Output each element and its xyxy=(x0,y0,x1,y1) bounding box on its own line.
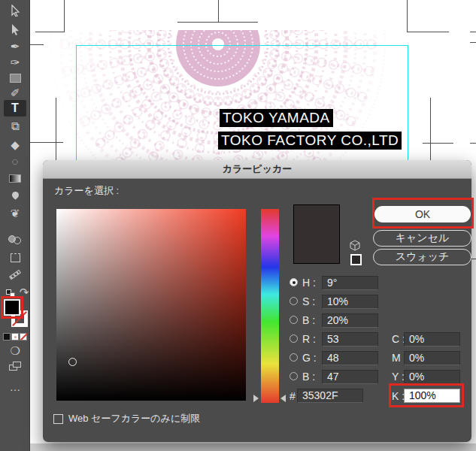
shaper-tool[interactable]: ◌ xyxy=(0,153,30,169)
curvature-pen-icon: ✑ xyxy=(11,56,20,69)
pen-icon: ✒ xyxy=(11,40,20,53)
free-transform-icon: ⧉ xyxy=(11,120,20,133)
trim-mark xyxy=(407,0,408,32)
paintbrush-icon: ✐ xyxy=(11,86,20,100)
trim-mark-center xyxy=(218,0,219,23)
gradient-button[interactable] xyxy=(11,333,19,341)
g-label: G : xyxy=(302,352,317,364)
blend-tool[interactable]: ❍ xyxy=(0,343,30,359)
cancel-button[interactable]: キャンセル xyxy=(373,230,471,247)
artboard-tool[interactable] xyxy=(0,250,30,266)
pen-tool[interactable]: ✒ xyxy=(0,38,30,55)
radio-g[interactable] xyxy=(290,353,298,362)
b-label: B : xyxy=(302,314,315,326)
tutorial-highlight-k xyxy=(389,383,464,407)
dialog-titlebar[interactable]: カラーピッカー xyxy=(43,160,471,179)
application-window: TOKO YAMADA TOKO FACTORY CO.,LTD ✒ ✑ ✐ T… xyxy=(0,0,476,451)
selection-tool[interactable] xyxy=(0,2,30,19)
b-field[interactable]: 20% xyxy=(322,313,378,328)
tools-panel: ✒ ✑ ✐ T ⧉ ◆ ◌ ❦ ↷ ❍ … xyxy=(0,0,30,451)
eraser-icon: ◆ xyxy=(11,138,20,152)
radio-s[interactable] xyxy=(290,297,298,305)
shape-builder-tool[interactable] xyxy=(0,232,30,248)
more-tools[interactable]: … xyxy=(0,378,30,395)
radio-r[interactable] xyxy=(290,334,298,343)
rectangle-tool[interactable] xyxy=(0,70,30,86)
radio-b2[interactable] xyxy=(290,372,298,380)
radio-h[interactable] xyxy=(290,278,298,286)
eyedropper-tool[interactable] xyxy=(0,186,30,203)
trim-mark-left-center xyxy=(30,142,63,143)
r-field[interactable]: 53 xyxy=(322,332,378,347)
trim-mark-center xyxy=(177,22,258,23)
websafe-label: Web セーフカラーのみに制限 xyxy=(68,412,200,425)
trim-mark xyxy=(35,32,64,32)
blend-icon: ❍ xyxy=(10,344,20,358)
hue-slider-handle-right[interactable] xyxy=(280,395,286,402)
s-field[interactable]: 10% xyxy=(322,295,378,309)
eyedropper-icon xyxy=(11,190,20,200)
window-bottom-bar xyxy=(30,443,476,451)
radio-b[interactable] xyxy=(290,316,298,324)
saturation-brightness-field[interactable] xyxy=(56,209,246,401)
trim-mark xyxy=(407,32,449,32)
websafe-checkbox[interactable] xyxy=(53,414,63,424)
h-label: H : xyxy=(302,277,316,289)
rectangle-icon xyxy=(10,74,21,83)
trim-mark xyxy=(470,42,476,43)
gradient-icon xyxy=(9,174,21,183)
ellipsis-icon: … xyxy=(10,380,21,393)
hue-slider-handle-left[interactable] xyxy=(253,395,259,402)
trim-mark-left-center xyxy=(56,98,56,162)
hex-field[interactable]: 35302F xyxy=(297,389,363,403)
document-text-name[interactable]: TOKO YAMADA xyxy=(220,109,333,127)
trim-mark-right-center xyxy=(423,143,453,144)
y-label: Y : xyxy=(392,371,405,383)
color-picker-dialog: カラーピッカー カラーを選択 : OK キャンセル スウォッチ H : 9° S… xyxy=(43,160,471,442)
ruler-icon xyxy=(9,269,21,279)
g-field[interactable]: 48 xyxy=(322,351,378,365)
draw-modes[interactable] xyxy=(0,358,30,374)
type-tool[interactable]: T xyxy=(4,100,26,117)
gradient-tool[interactable] xyxy=(0,170,30,186)
trim-mark xyxy=(470,32,476,32)
r-label: R : xyxy=(302,333,316,345)
swatches-button[interactable]: スウォッチ xyxy=(373,249,471,265)
m-field[interactable]: 0% xyxy=(404,351,460,365)
eraser-tool[interactable]: ◆ xyxy=(0,137,30,153)
color-button[interactable] xyxy=(3,333,11,341)
b2-label: B : xyxy=(302,371,315,383)
direct-selection-tool[interactable] xyxy=(0,21,30,38)
none-button[interactable] xyxy=(20,333,27,341)
blob-brush-tool[interactable]: ❦ xyxy=(0,205,30,222)
tutorial-highlight-fill xyxy=(1,296,23,319)
trim-mark xyxy=(30,44,44,45)
type-icon: T xyxy=(11,101,19,115)
out-of-web-gamut-icon[interactable] xyxy=(350,240,360,254)
new-color-preview xyxy=(293,204,340,264)
curvature-pen-tool[interactable]: ✑ xyxy=(0,54,30,71)
draw-modes-icon xyxy=(9,362,22,371)
web-safe-color-swatch[interactable] xyxy=(350,254,362,265)
hue-slider[interactable] xyxy=(261,209,279,403)
free-transform-tool[interactable]: ⧉ xyxy=(0,118,30,135)
document-text-company[interactable]: TOKO FACTORY CO.,LTD xyxy=(218,132,402,150)
trim-mark xyxy=(64,0,65,32)
measure-tool[interactable] xyxy=(0,266,30,283)
y-field[interactable]: 0% xyxy=(404,370,460,384)
s-label: S : xyxy=(302,295,315,307)
shaper-icon: ◌ xyxy=(12,155,19,168)
h-field[interactable]: 9° xyxy=(322,276,378,290)
hex-label: # xyxy=(290,390,296,402)
c-field[interactable]: 0% xyxy=(404,332,460,347)
color-field-marker[interactable] xyxy=(68,358,77,366)
trim-mark-right-center xyxy=(430,98,431,162)
dialog-title: カラーピッカー xyxy=(223,162,293,176)
artboard-icon xyxy=(11,253,20,262)
shape-builder-icon xyxy=(8,235,22,244)
websafe-option-row: Web セーフカラーのみに制限 xyxy=(53,412,200,425)
color-mode-buttons[interactable] xyxy=(3,333,29,341)
b2-field[interactable]: 47 xyxy=(322,370,378,384)
ok-button[interactable]: OK xyxy=(374,206,471,222)
paintbrush-tool[interactable]: ✐ xyxy=(0,85,30,101)
